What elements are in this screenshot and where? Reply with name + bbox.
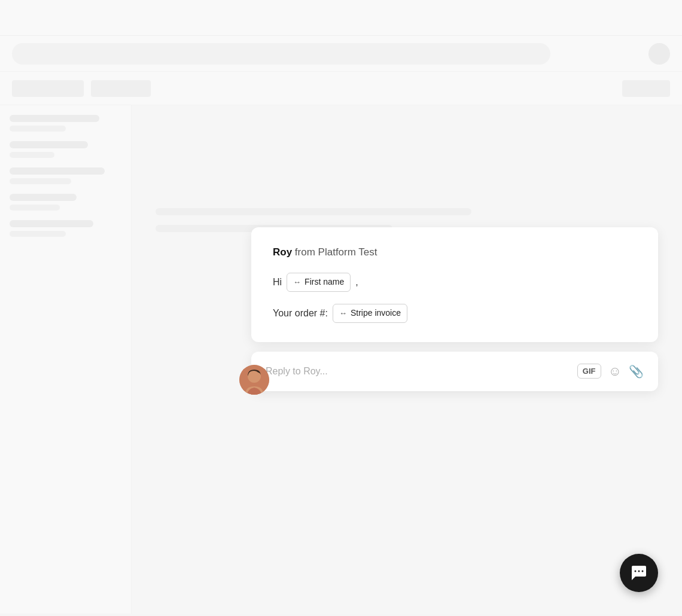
svg-point-2 (635, 571, 637, 572)
sidebar (0, 105, 132, 614)
chat-fab-button[interactable] (620, 554, 658, 592)
stripe-invoice-tag[interactable]: ↔ Stripe invoice (333, 304, 407, 323)
sender-name: Roy (273, 246, 292, 258)
chat-fab-icon (629, 563, 648, 583)
sidebar-skeleton-sub (10, 205, 60, 211)
greeting-suffix: , (355, 274, 358, 290)
greeting-text: Hi (273, 274, 282, 290)
reply-actions: GIF ☺ 📎 (577, 364, 644, 379)
sidebar-skeleton-sub (10, 126, 66, 132)
sidebar-skeleton (10, 194, 77, 201)
sender-from: from Platform Test (295, 246, 377, 258)
sidebar-skeleton-sub (10, 178, 71, 184)
reply-placeholder[interactable]: Reply to Roy... (266, 366, 568, 377)
message-card: Roy from Platform Test Hi ↔ First name ,… (251, 227, 658, 342)
avatar (239, 365, 269, 395)
sender-line: Roy from Platform Test (273, 246, 637, 258)
avatar-background (648, 43, 670, 65)
message-body: Hi ↔ First name , Your order #: ↔ Stripe… (273, 273, 637, 323)
paperclip-icon: 📎 (629, 364, 644, 379)
gif-button[interactable]: GIF (577, 364, 601, 379)
sidebar-skeleton-sub (10, 152, 54, 158)
sub-nav-assigned (91, 80, 151, 97)
svg-point-3 (638, 571, 640, 572)
attach-button[interactable]: 📎 (626, 361, 647, 382)
order-line: Your order #: ↔ Stripe invoice (273, 304, 637, 323)
sidebar-skeleton (10, 141, 88, 148)
reply-card: Reply to Roy... GIF ☺ 📎 (251, 352, 658, 391)
sidebar-skeleton (10, 220, 93, 227)
stripe-label: Stripe invoice (351, 306, 401, 321)
sidebar-skeleton (10, 115, 99, 122)
sub-nav-mentions (622, 80, 670, 97)
search-bar-background (12, 43, 550, 65)
first-name-tag[interactable]: ↔ First name (287, 273, 351, 292)
variable-icon-2: ↔ (339, 307, 347, 320)
hi-line: Hi ↔ First name , (273, 273, 637, 292)
order-prefix: Your order #: (273, 305, 328, 321)
emoji-button[interactable]: ☺ (608, 364, 622, 379)
svg-point-4 (642, 571, 644, 572)
sidebar-skeleton-sub (10, 231, 66, 237)
sub-nav-all (12, 80, 84, 97)
first-name-label: First name (305, 275, 344, 289)
emoji-icon: ☺ (608, 364, 622, 379)
variable-icon: ↔ (293, 276, 301, 289)
sidebar-skeleton (10, 167, 105, 175)
